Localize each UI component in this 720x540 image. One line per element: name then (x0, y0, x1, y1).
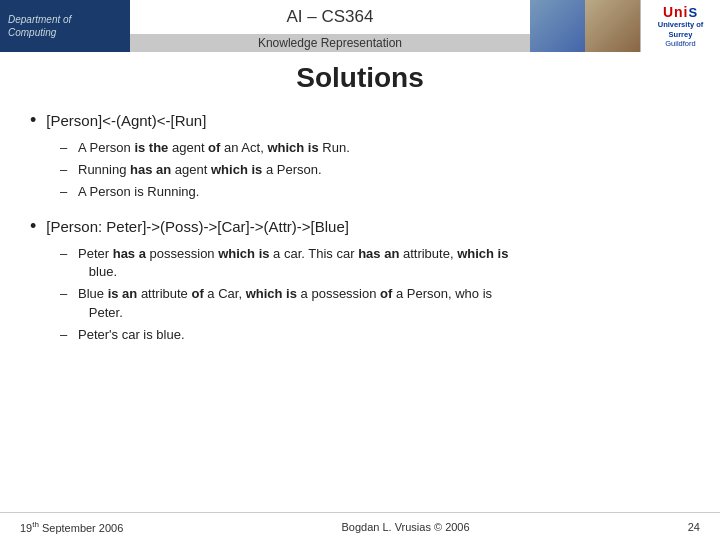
bullet-1-heading: [Person]<-(Agnt)<-[Run] (46, 112, 206, 129)
dash-icon: – (60, 326, 70, 345)
main-content: Solutions • [Person]<-(Agnt)<-[Run] – A … (0, 52, 720, 371)
course-subtitle: Knowledge Representation (130, 34, 530, 52)
bullet-section-2: • [Person: Peter]->(Poss)->[Car]->(Attr)… (30, 218, 690, 345)
list-item: – A Person is the agent of an Act, which… (60, 139, 690, 158)
subitem-text: Blue is an attribute of a Car, which is … (78, 285, 492, 323)
bullet-2-heading: [Person: Peter]->(Poss)->[Car]->(Attr)->… (46, 218, 349, 235)
bullet-section-1: • [Person]<-(Agnt)<-[Run] – A Person is … (30, 112, 690, 202)
header-photos (530, 0, 640, 52)
bullet-dot-2: • (30, 216, 36, 237)
header-middle: AI – CS364 Knowledge Representation (130, 0, 530, 52)
list-item: – Running has an agent which is a Person… (60, 161, 690, 180)
list-item: – Blue is an attribute of a Car, which i… (60, 285, 690, 323)
subitem-text: A Person is the agent of an Act, which i… (78, 139, 350, 158)
subitem-text: Running has an agent which is a Person. (78, 161, 322, 180)
bullet-dot-1: • (30, 110, 36, 131)
dash-icon: – (60, 285, 70, 304)
bullet-1-subitems: – A Person is the agent of an Act, which… (60, 139, 690, 202)
dept-label: Department of Computing (0, 0, 130, 52)
list-item: – Peter's car is blue. (60, 326, 690, 345)
list-item: – Peter has a possession which is a car.… (60, 245, 690, 283)
dash-icon: – (60, 161, 70, 180)
subitem-text: A Person is Running. (78, 183, 199, 202)
bullet-2-subitems: – Peter has a possession which is a car.… (60, 245, 690, 345)
header-photo-1 (530, 0, 585, 52)
course-title: AI – CS364 (130, 0, 530, 34)
footer-date: 19th September 2006 (20, 520, 123, 534)
footer-author: Bogdan L. Vrusias © 2006 (341, 521, 469, 533)
list-item: – A Person is Running. (60, 183, 690, 202)
uni-abbreviation: UniS (663, 4, 698, 20)
page-title: Solutions (30, 62, 690, 94)
header-photo-2 (585, 0, 640, 52)
header: Department of Computing AI – CS364 Knowl… (0, 0, 720, 52)
footer-page-number: 24 (688, 521, 700, 533)
uni-location: Guildford (665, 39, 695, 48)
subitem-text: Peter has a possession which is a car. T… (78, 245, 508, 283)
uni-name: University of Surrey (645, 20, 716, 40)
dash-icon: – (60, 139, 70, 158)
dash-icon: – (60, 183, 70, 202)
bullet-item-2: • [Person: Peter]->(Poss)->[Car]->(Attr)… (30, 218, 690, 237)
dash-icon: – (60, 245, 70, 264)
bullet-item-1: • [Person]<-(Agnt)<-[Run] (30, 112, 690, 131)
footer: 19th September 2006 Bogdan L. Vrusias © … (0, 512, 720, 540)
university-logo: UniS University of Surrey Guildford (640, 0, 720, 52)
subitem-text: Peter's car is blue. (78, 326, 185, 345)
